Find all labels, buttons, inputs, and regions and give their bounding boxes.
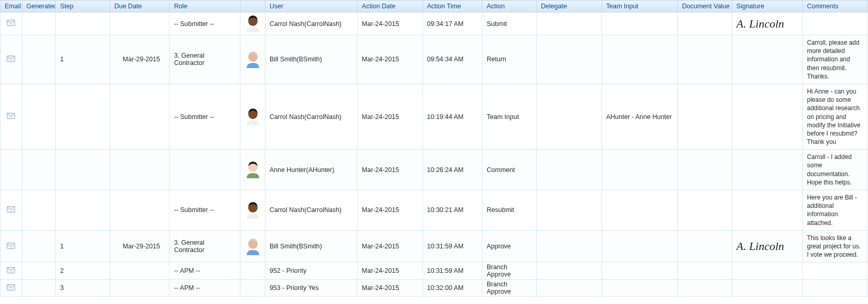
cell-action: Approve bbox=[482, 230, 537, 262]
cell-step bbox=[56, 150, 110, 190]
cell-delegate bbox=[537, 84, 602, 149]
cell-team-input bbox=[602, 150, 678, 190]
cell-generated bbox=[22, 35, 56, 84]
col-header-comments[interactable]: Comments bbox=[802, 1, 867, 12]
cell-user: Bill Smith(BSmith) bbox=[265, 35, 358, 84]
cell-action-time: 09:34:17 AM bbox=[423, 12, 482, 35]
cell-action: Return bbox=[482, 35, 537, 84]
cell-comments: Carroll, please add more detailed inform… bbox=[802, 35, 867, 84]
cell-generated bbox=[22, 190, 56, 231]
cell-avatar bbox=[240, 262, 265, 280]
mail-icon[interactable] bbox=[7, 113, 15, 119]
mail-icon[interactable] bbox=[7, 206, 15, 213]
cell-team-input bbox=[602, 262, 678, 280]
cell-role: 3. General Contractor bbox=[170, 230, 240, 262]
cell-avatar bbox=[240, 84, 265, 149]
cell-signature bbox=[732, 150, 803, 190]
cell-due-date bbox=[110, 12, 170, 35]
cell-step bbox=[56, 84, 110, 149]
cell-action: Submit bbox=[482, 12, 537, 35]
col-header-user[interactable]: User bbox=[265, 1, 358, 12]
cell-team-input bbox=[602, 12, 678, 35]
table-row[interactable]: -- Submitter --Carrol Nash(CarrolNash)Ma… bbox=[1, 84, 868, 149]
cell-role: -- Submitter -- bbox=[170, 84, 240, 149]
cell-comments: Hi Anne - can you please do some additio… bbox=[802, 84, 867, 149]
table-row[interactable]: 1Mar-29-20153. General ContractorBill Sm… bbox=[1, 35, 868, 84]
cell-action-time: 10:30:21 AM bbox=[423, 190, 482, 231]
cell-generated bbox=[22, 230, 56, 262]
cell-document-value bbox=[678, 12, 732, 35]
cell-email[interactable] bbox=[1, 84, 22, 149]
col-header-due-date[interactable]: Due Date bbox=[110, 1, 170, 12]
avatar bbox=[244, 200, 262, 219]
cell-email[interactable] bbox=[1, 35, 22, 84]
cell-generated bbox=[22, 12, 56, 35]
cell-role: -- Submitter -- bbox=[170, 12, 240, 35]
cell-action-time: 10:31:59 AM bbox=[423, 262, 482, 280]
col-header-document-value[interactable]: Document Value bbox=[678, 1, 732, 12]
cell-email[interactable] bbox=[1, 12, 22, 35]
col-header-action-date[interactable]: Action Date bbox=[358, 1, 423, 12]
table-row[interactable]: -- Submitter --Carrol Nash(CarrolNash)Ma… bbox=[1, 190, 868, 231]
cell-step: 1 bbox=[56, 230, 110, 262]
col-header-team-input[interactable]: Team Input bbox=[602, 1, 678, 12]
col-header-delegate[interactable]: Delegate bbox=[537, 1, 602, 12]
cell-due-date bbox=[110, 150, 170, 190]
col-header-role[interactable]: Role bbox=[170, 1, 240, 12]
cell-email bbox=[1, 150, 22, 190]
col-header-action[interactable]: Action bbox=[482, 1, 537, 12]
table-row[interactable]: 1Mar-29-20153. General ContractorBill Sm… bbox=[1, 230, 868, 262]
cell-action-time: 10:32:00 AM bbox=[423, 280, 482, 297]
avatar bbox=[244, 236, 262, 255]
cell-document-value bbox=[678, 84, 732, 149]
mail-icon[interactable] bbox=[7, 284, 15, 290]
col-header-email[interactable]: Email bbox=[1, 1, 22, 12]
cell-signature bbox=[732, 262, 803, 280]
cell-comments bbox=[802, 262, 867, 280]
table-header-row: Email Generated Step Due Date Role User … bbox=[1, 1, 868, 12]
cell-user: Carrol Nash(CarrolNash) bbox=[265, 12, 358, 35]
cell-action-date: Mar-24-2015 bbox=[358, 230, 423, 262]
col-header-step[interactable]: Step bbox=[56, 1, 110, 12]
mail-icon[interactable] bbox=[7, 20, 15, 26]
avatar bbox=[244, 14, 262, 32]
cell-document-value bbox=[678, 230, 732, 262]
avatar bbox=[244, 107, 262, 125]
cell-avatar bbox=[240, 12, 265, 35]
avatar bbox=[244, 49, 262, 68]
cell-document-value bbox=[678, 262, 732, 280]
cell-email[interactable] bbox=[1, 230, 22, 262]
col-header-avatar[interactable] bbox=[240, 1, 265, 12]
table-row[interactable]: 3-- APM --953 - Priority YesMar-24-20151… bbox=[1, 280, 868, 297]
cell-comments: Carroll - I added some documentation. Ho… bbox=[802, 150, 867, 190]
table-row[interactable]: -- Submitter --Carrol Nash(CarrolNash)Ma… bbox=[1, 12, 868, 35]
cell-action: Resubmit bbox=[482, 190, 537, 231]
cell-comments bbox=[802, 280, 867, 297]
cell-step: 3 bbox=[56, 280, 110, 297]
cell-signature: A. Lincoln bbox=[732, 12, 803, 35]
table-row[interactable]: 2-- APM --952 - PriorityMar-24-201510:31… bbox=[1, 262, 868, 280]
cell-action: Branch Approve bbox=[482, 280, 537, 297]
cell-team-input bbox=[602, 190, 678, 231]
cell-signature: A. Lincoln bbox=[732, 230, 803, 262]
cell-delegate bbox=[537, 280, 602, 297]
cell-document-value bbox=[678, 150, 732, 190]
cell-email[interactable] bbox=[1, 190, 22, 231]
cell-email[interactable] bbox=[1, 262, 22, 280]
cell-action-date: Mar-24-2015 bbox=[358, 35, 423, 84]
cell-signature bbox=[732, 84, 803, 149]
mail-icon[interactable] bbox=[7, 243, 15, 249]
cell-comments: Here you are Bill - additional informati… bbox=[802, 190, 867, 231]
col-header-generated[interactable]: Generated bbox=[22, 1, 56, 12]
mail-icon[interactable] bbox=[7, 56, 15, 62]
cell-team-input bbox=[602, 230, 678, 262]
cell-email[interactable] bbox=[1, 280, 22, 297]
table-row[interactable]: Anne Hunter(AHunter)Mar-24-201510:26:24 … bbox=[1, 150, 868, 190]
col-header-signature[interactable]: Signature bbox=[732, 1, 803, 12]
cell-delegate bbox=[537, 35, 602, 84]
cell-action-time: 10:19:44 AM bbox=[423, 84, 482, 149]
col-header-action-time[interactable]: Action Time bbox=[423, 1, 482, 12]
mail-icon[interactable] bbox=[7, 267, 15, 273]
cell-step bbox=[56, 12, 110, 35]
cell-user: Carrol Nash(CarrolNash) bbox=[265, 84, 358, 149]
